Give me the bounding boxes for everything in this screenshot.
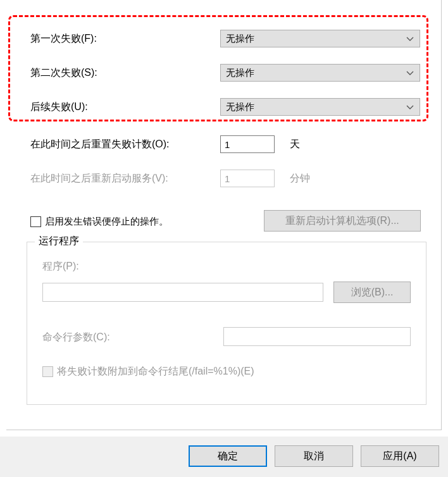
restart-service-label: 在此时间之后重新启动服务(V): (30, 172, 220, 185)
cmdline-label: 命令行参数(C): (42, 331, 110, 344)
stop-on-error-label: 启用发生错误便停止的操作。 (45, 216, 168, 228)
first-failure-value: 无操作 (226, 33, 254, 45)
browse-button: 浏览(B)... (333, 282, 411, 303)
subsequent-failure-value: 无操作 (226, 101, 254, 113)
restart-service-input: 1 (220, 170, 275, 187)
ok-button[interactable]: 确定 (189, 445, 267, 467)
program-label: 程序(P): (42, 260, 79, 273)
append-fail-label: 将失败计数附加到命令行结尾(/fail=%1%)(E) (57, 365, 254, 378)
run-program-groupbox: 运行程序 程序(P): 浏览(B)... 命令行参数(C): 将失败计数附加到命… (27, 242, 426, 405)
subsequent-failure-label: 后续失败(U): (30, 101, 220, 114)
chevron-down-icon (406, 103, 414, 112)
chevron-down-icon (406, 35, 414, 44)
append-fail-checkbox (42, 366, 53, 377)
stop-on-error-checkbox[interactable] (30, 216, 41, 227)
first-failure-dropdown[interactable]: 无操作 (220, 30, 420, 47)
second-failure-dropdown[interactable]: 无操作 (220, 64, 420, 82)
restart-computer-options-button: 重新启动计算机选项(R)... (264, 210, 421, 232)
second-failure-label: 第二次失败(S): (30, 66, 220, 80)
first-failure-label: 第一次失败(F): (30, 32, 220, 46)
apply-button[interactable]: 应用(A) (361, 445, 439, 467)
cmdline-input (223, 327, 411, 346)
subsequent-failure-dropdown[interactable]: 无操作 (220, 98, 420, 116)
reset-fail-counter-label: 在此时间之后重置失败计数(O): (30, 138, 220, 151)
reset-fail-counter-input[interactable]: 1 (220, 135, 275, 153)
reset-fail-counter-unit: 天 (290, 138, 300, 151)
second-failure-value: 无操作 (226, 67, 254, 79)
cancel-button[interactable]: 取消 (275, 445, 353, 467)
program-input (42, 283, 323, 302)
chevron-down-icon (406, 69, 414, 78)
run-program-legend: 运行程序 (35, 235, 83, 248)
restart-service-unit: 分钟 (290, 172, 310, 185)
